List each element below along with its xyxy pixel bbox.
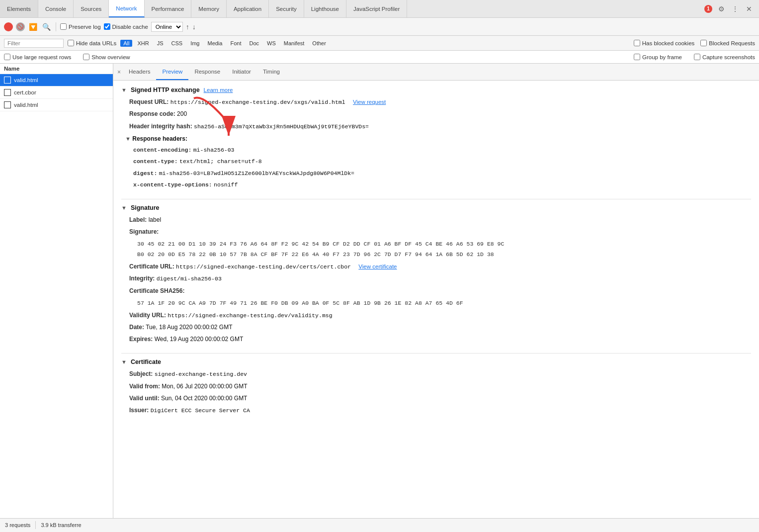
preserve-log-input[interactable] [60,23,67,30]
sub-tab-close-icon[interactable]: × [115,69,123,76]
sub-tab-response[interactable]: Response [188,64,226,80]
disable-cache-checkbox[interactable]: Disable cache [104,23,148,30]
error-badge: 1 [704,5,712,13]
tab-performance[interactable]: Performance [145,0,192,17]
file-icon-2 [4,101,11,108]
large-rows-option[interactable]: Use large request rows [4,54,71,60]
view-certificate-link[interactable]: View certificate [358,264,397,269]
show-overview-input[interactable] [83,54,89,60]
tab-js-profiler[interactable]: JavaScript Profiler [346,0,407,17]
preserve-log-checkbox[interactable]: Preserve log [60,23,101,30]
group-by-frame-label: Group by frame [642,54,682,60]
tab-network[interactable]: Network [109,0,144,17]
expires-row: Expires: Wed, 19 Aug 2020 00:00:02 GMT [129,335,751,344]
divider-2 [121,353,751,354]
content-encoding-value: mi-sha256-03 [193,147,235,153]
preview-content: ▼ Signed HTTP exchange Learn more Reques… [113,81,759,518]
certificate-toggle-icon[interactable]: ▼ [121,359,127,365]
filter-type-media[interactable]: Media [204,40,225,47]
search-icon[interactable]: 🔍 [41,22,52,32]
filter-type-js[interactable]: JS [154,40,167,47]
record-stop-button[interactable] [4,22,13,31]
learn-more-link[interactable]: Learn more [204,87,233,93]
file-item-1[interactable]: cert.cbor [0,87,113,99]
blocked-requests-checkbox[interactable]: Blocked Requests [700,40,755,46]
filter-type-doc[interactable]: Doc [246,40,262,47]
subject-label: Subject: [129,370,153,377]
view-request-link[interactable]: View request [353,99,386,105]
digest-value: mi-sha256-03=LB7wdlHO51Z1Ze600lbYAEYsckW… [159,170,354,177]
filter-type-xhr[interactable]: XHR [134,40,152,47]
response-headers-toggle[interactable]: ▼ [125,136,131,142]
content-encoding-row: content-encoding: mi-sha256-03 [133,145,751,155]
clear-button[interactable]: 🚫 [16,22,25,31]
has-blocked-cookies-input[interactable] [634,40,640,46]
capture-screenshots-option[interactable]: Capture screenshots [694,54,755,60]
file-item-0[interactable]: valid.html [0,74,113,87]
expires-value: Wed, 19 Aug 2020 00:00:02 GMT [155,336,244,343]
sub-tab-initiator[interactable]: Initiator [226,64,257,80]
tab-application[interactable]: Application [227,0,269,17]
sub-tab-preview[interactable]: Preview [156,64,188,80]
certificate-section: ▼ Certificate Subject: signed-exchange-t… [121,358,751,415]
hide-data-urls-input[interactable] [68,40,74,46]
disable-cache-input[interactable] [104,23,110,30]
signed-http-exchange-header: ▼ Signed HTTP exchange Learn more [121,87,751,93]
has-blocked-cookies-label: Has blocked cookies [642,40,694,46]
tab-memory[interactable]: Memory [191,0,227,17]
signature-toggle-icon[interactable]: ▼ [121,205,127,211]
section-toggle-icon[interactable]: ▼ [121,87,127,93]
filter-type-all[interactable]: All [120,40,132,47]
file-item-2[interactable]: valid.html [0,99,113,111]
sub-tab-headers[interactable]: Headers [123,64,156,80]
throttle-select[interactable]: Online [151,22,183,32]
tab-console[interactable]: Console [38,0,74,17]
sub-tab-timing[interactable]: Timing [257,64,286,80]
filter-type-font[interactable]: Font [227,40,244,47]
filter-type-manifest[interactable]: Manifest [281,40,308,47]
tab-lighthouse[interactable]: Lighthouse [304,0,346,17]
request-url-value: https://signed-exchange-testing.dev/sxgs… [170,99,345,105]
group-by-frame-input[interactable] [634,54,640,60]
tab-elements[interactable]: Elements [0,0,38,17]
large-rows-input[interactable] [4,54,10,60]
file-name-1: cert.cbor [14,89,36,95]
import-icon[interactable]: ↑ [186,23,189,31]
has-blocked-cookies-checkbox[interactable]: Has blocked cookies [634,40,694,46]
header-integrity-row: Header integrity hash: sha256-aSdRm3m7qX… [129,122,751,131]
more-icon[interactable]: ⋮ [730,4,740,14]
expires-label: Expires: [129,336,153,343]
sub-tab-bar: × Headers Preview Response Initiator Tim… [113,64,759,81]
filter-type-css[interactable]: CSS [169,40,186,47]
blocked-requests-input[interactable] [700,40,707,46]
status-bar: 3 requests 3.9 kB transferre [0,518,759,531]
response-headers-label: Response headers: [132,135,187,142]
signature-label-key: Label: [129,216,147,223]
filter-input[interactable] [4,39,64,48]
hide-data-urls-checkbox[interactable]: Hide data URLs [68,40,116,46]
valid-until-value: Sun, 04 Oct 2020 00:00:00 GMT [161,395,247,402]
cert-url-value: https://signed-exchange-testing.dev/cert… [176,264,351,270]
show-overview-option[interactable]: Show overview [83,54,130,60]
filter-type-other[interactable]: Other [309,40,329,47]
file-icon-0 [4,77,11,84]
tab-sources[interactable]: Sources [74,0,109,17]
tab-security[interactable]: Security [269,0,304,17]
issuer-label: Issuer: [129,407,149,414]
valid-from-label: Valid from: [129,383,160,390]
capture-screenshots-input[interactable] [694,54,700,60]
settings-icon[interactable]: ⚙ [716,4,726,14]
x-content-type-row: x-content-type-options: nosniff [133,180,751,189]
group-by-frame-option[interactable]: Group by frame [634,54,682,60]
signature-hex1: 30 45 02 21 00 D1 10 39 24 F3 76 A6 64 8… [137,239,751,249]
close-icon[interactable]: ✕ [744,4,754,14]
filter-type-img[interactable]: Img [187,40,202,47]
export-icon[interactable]: ↓ [192,23,196,31]
filter-type-ws[interactable]: WS [264,40,279,47]
signature-row: Signature: [129,227,751,237]
divider-1 [121,199,751,199]
cert-url-row: Certificate URL: https://signed-exchange… [129,262,751,271]
divider [56,22,56,31]
filter-icon[interactable]: 🔽 [28,22,38,32]
validity-url-label: Validity URL: [129,312,166,319]
